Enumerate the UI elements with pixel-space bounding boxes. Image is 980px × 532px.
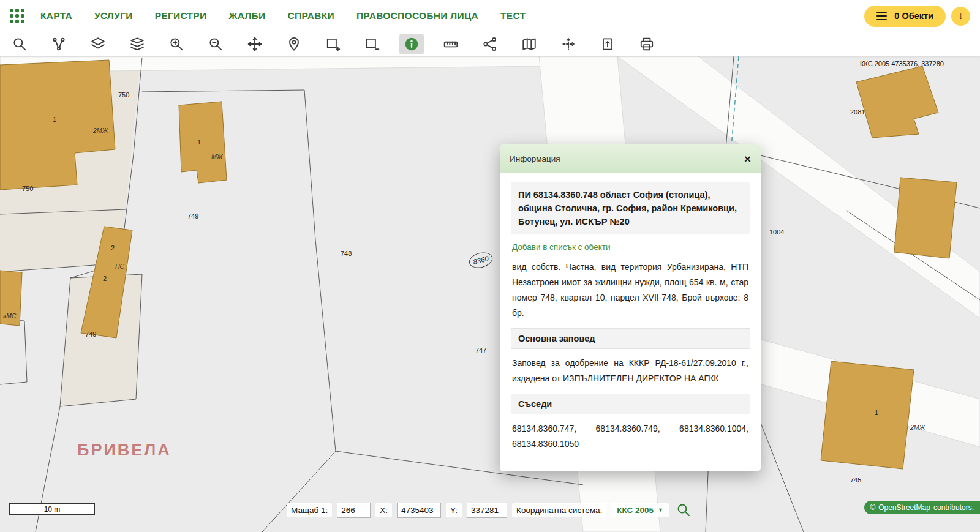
measure-ruler-icon	[443, 36, 459, 52]
main-order-section-header: Основна заповед	[511, 328, 750, 349]
info-icon	[404, 36, 420, 52]
parcel-details-text: вид собств. Частна, вид територия Урбани…	[512, 260, 748, 321]
map-attribution: © OpenStreetMap contributors.	[864, 501, 980, 514]
info-popup-body: ПИ 68134.8360.748 област София (столица)…	[500, 173, 761, 471]
neighbors-section-header: Съседи	[511, 394, 750, 414]
y-coordinate-input[interactable]	[467, 503, 507, 518]
pan-icon	[247, 36, 263, 52]
objects-count-label: 0 Обекти	[894, 11, 933, 21]
zoom-rectangle-out-icon	[364, 36, 380, 52]
x-coordinate-label: X:	[375, 503, 392, 517]
close-icon[interactable]: ×	[744, 153, 751, 165]
arrow-down-icon: ↓	[958, 10, 963, 22]
zoom-in-icon	[168, 36, 184, 52]
nav-item-spravki[interactable]: СПРАВКИ	[288, 10, 334, 21]
nav-item-uslugi[interactable]: УСЛУГИ	[94, 10, 133, 21]
crs-select[interactable]: ККС 2005 ▼	[611, 503, 669, 517]
info-popup: Информация × ПИ 68134.8360.748 област Со…	[500, 144, 761, 471]
print-tool-button[interactable]	[635, 34, 659, 54]
nav-item-test[interactable]: ТЕСТ	[500, 10, 526, 21]
main-order-text: Заповед за одобрение на КККР РД-18-61/27…	[512, 356, 748, 386]
crs-label: Координатна система:	[512, 503, 606, 517]
apps-grid-icon[interactable]	[10, 9, 24, 23]
info-popup-header: Информация ×	[500, 144, 761, 173]
pan-tool-button[interactable]	[243, 34, 267, 54]
nav-item-registri[interactable]: РЕГИСТРИ	[155, 10, 207, 21]
print-icon	[639, 36, 655, 52]
coordinates-axes-icon	[560, 36, 576, 52]
status-bar: Мащаб 1: X: Y: Координатна система: ККС …	[287, 501, 693, 519]
crs-selected-value: ККС 2005	[617, 506, 654, 515]
layers-tool-button[interactable]	[86, 34, 110, 54]
x-coordinate-input[interactable]	[397, 503, 441, 518]
main-menu: КАРТА УСЛУГИ РЕГИСТРИ ЖАЛБИ СПРАВКИ ПРАВ…	[40, 10, 526, 21]
measure-tool-button[interactable]	[439, 34, 463, 54]
hamburger-icon	[876, 12, 887, 21]
search-tool-button[interactable]	[7, 34, 32, 54]
location-tool-button[interactable]	[282, 34, 306, 54]
attribution-suffix: contributors.	[933, 503, 974, 512]
nav-item-karta[interactable]: КАРТА	[40, 10, 72, 21]
nav-right-controls: 0 Обекти ↓	[864, 6, 970, 27]
export-tool-button[interactable]	[595, 34, 620, 54]
scale-bar: 10 m	[9, 503, 95, 515]
search-icon	[676, 503, 691, 517]
map-sheet-tool-button[interactable]	[517, 34, 541, 54]
openstreetmap-link[interactable]: OpenStreetMap	[878, 503, 930, 512]
copyright-icon: ©	[870, 503, 875, 512]
zoom-rectangle-in-icon	[325, 36, 341, 52]
zoom-rectangle-out-tool-button[interactable]	[360, 34, 385, 54]
select-objects-tool-button[interactable]	[47, 34, 71, 54]
zoom-out-tool-button[interactable]	[203, 34, 228, 54]
objects-list-button[interactable]: 0 Обекти	[864, 6, 946, 27]
map-canvas[interactable]: 8360 75012МЖ1МЖ7507497482ПС2кМС749747208…	[0, 56, 980, 532]
zoom-in-tool-button[interactable]	[164, 34, 189, 54]
zoom-rectangle-in-tool-button[interactable]	[321, 34, 345, 54]
nav-item-zhalbi[interactable]: ЖАЛБИ	[228, 10, 265, 21]
y-coordinate-label: Y:	[446, 503, 462, 517]
map-toolbar	[0, 32, 980, 56]
chevron-down-icon: ▼	[658, 507, 663, 513]
top-navigation-bar: КАРТА УСЛУГИ РЕГИСТРИ ЖАЛБИ СПРАВКИ ПРАВ…	[0, 0, 980, 32]
coordinate-search-button[interactable]	[674, 501, 693, 519]
coordinates-tool-button[interactable]	[556, 34, 581, 54]
map-icon	[521, 36, 537, 52]
scale-bar-label: 10 m	[44, 505, 61, 514]
parcel-badge-8360: 8360	[468, 250, 494, 270]
layers-icon	[90, 36, 106, 52]
share-tool-button[interactable]	[478, 34, 502, 54]
cadastral-basemap: 8360	[0, 56, 980, 532]
add-to-objects-link[interactable]: Добави в списък с обекти	[512, 242, 610, 252]
scale-label: Мащаб 1:	[287, 503, 332, 517]
scale-input[interactable]	[337, 503, 371, 518]
search-icon	[12, 36, 28, 52]
neighbors-text: 68134.8360.747, 68134.8360.749, 68134.83…	[512, 421, 748, 452]
location-pin-icon	[286, 36, 302, 52]
parcel-title: ПИ 68134.8360.748 област София (столица)…	[511, 182, 750, 234]
collapse-panel-button[interactable]: ↓	[951, 7, 970, 26]
select-objects-icon	[51, 36, 67, 52]
info-popup-title: Информация	[510, 154, 560, 163]
layer-order-icon	[129, 36, 145, 52]
layer-order-tool-button[interactable]	[125, 34, 149, 54]
nav-item-pravosposobni-litsa[interactable]: ПРАВОСПОСОБНИ ЛИЦА	[356, 10, 478, 21]
zoom-out-icon	[208, 36, 224, 52]
share-nodes-icon	[482, 36, 498, 52]
export-document-icon	[600, 36, 616, 52]
identify-info-tool-button[interactable]	[399, 34, 424, 54]
